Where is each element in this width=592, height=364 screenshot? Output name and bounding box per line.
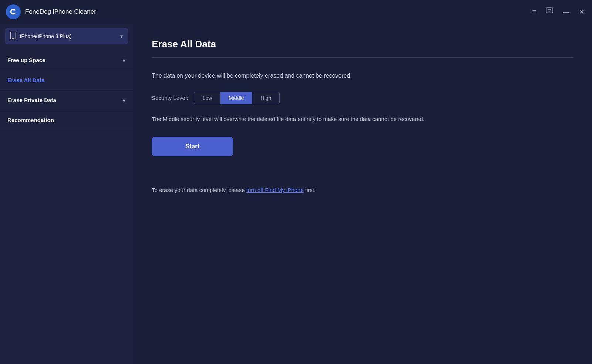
chevron-down-icon: ∨ (122, 57, 126, 63)
minimize-button[interactable]: — (561, 7, 571, 17)
content-area: Erase All Data The data on your device w… (133, 24, 592, 364)
minimize-icon: — (563, 8, 569, 16)
page-title: Erase All Data (152, 38, 574, 50)
close-icon: ✕ (579, 8, 585, 16)
chat-icon (546, 7, 553, 17)
find-my-after: first. (304, 187, 316, 193)
title-bar-left: C FoneDog iPhone Cleaner (6, 4, 96, 19)
sidebar-item-label-free-up-space: Free up Space (7, 57, 46, 63)
sidebar: iPhone(iPhone 8 Plus) ▾ Free up Space ∨ … (0, 24, 133, 364)
security-btn-low[interactable]: Low (194, 92, 221, 104)
device-selector-left: iPhone(iPhone 8 Plus) (10, 32, 71, 41)
menu-icon: ≡ (532, 8, 536, 16)
close-button[interactable]: ✕ (578, 6, 586, 17)
sidebar-item-erase-all-data[interactable]: Erase All Data (0, 70, 133, 90)
start-button[interactable]: Start (152, 137, 233, 156)
svg-rect-6 (12, 38, 14, 39)
chevron-down-icon-2: ∨ (122, 97, 126, 103)
security-btn-middle[interactable]: Middle (221, 92, 252, 104)
device-chevron-icon: ▾ (120, 33, 123, 39)
sidebar-item-label-erase-all-data: Erase All Data (7, 77, 44, 83)
phone-icon (10, 32, 16, 41)
security-btn-high[interactable]: High (252, 92, 279, 104)
find-my-iphone-link[interactable]: turn off Find My iPhone (246, 187, 304, 193)
sidebar-item-recommendation[interactable]: Recommendation (0, 110, 133, 130)
sidebar-item-erase-private-data[interactable]: Erase Private Data ∨ (0, 90, 133, 110)
divider (152, 57, 574, 58)
title-bar: C FoneDog iPhone Cleaner ≡ — ✕ (0, 0, 592, 24)
sidebar-item-label-erase-private-data: Erase Private Data (7, 97, 56, 103)
svg-text:C: C (10, 7, 16, 16)
sidebar-item-label-recommendation: Recommendation (7, 117, 54, 123)
security-level-label: Security Level: (152, 95, 188, 101)
find-my-before: To erase your data completely, please (152, 187, 246, 193)
device-name: iPhone(iPhone 8 Plus) (20, 33, 71, 39)
main-layout: iPhone(iPhone 8 Plus) ▾ Free up Space ∨ … (0, 24, 592, 364)
svg-rect-2 (546, 8, 553, 13)
title-bar-controls: ≡ — ✕ (531, 6, 586, 18)
menu-button[interactable]: ≡ (531, 7, 538, 17)
security-level-row: Security Level: Low Middle High (152, 92, 574, 104)
security-description-text: The Middle security level will overwrite… (152, 115, 574, 124)
description-text: The data on your device will be complete… (152, 71, 574, 81)
find-my-iphone-text: To erase your data completely, please tu… (152, 186, 574, 195)
security-buttons-group: Low Middle High (194, 92, 280, 104)
chat-button[interactable] (544, 6, 555, 18)
sidebar-item-free-up-space[interactable]: Free up Space ∨ (0, 50, 133, 70)
device-selector[interactable]: iPhone(iPhone 8 Plus) ▾ (5, 28, 128, 44)
app-title: FoneDog iPhone Cleaner (25, 8, 96, 16)
app-logo: C (6, 4, 21, 19)
